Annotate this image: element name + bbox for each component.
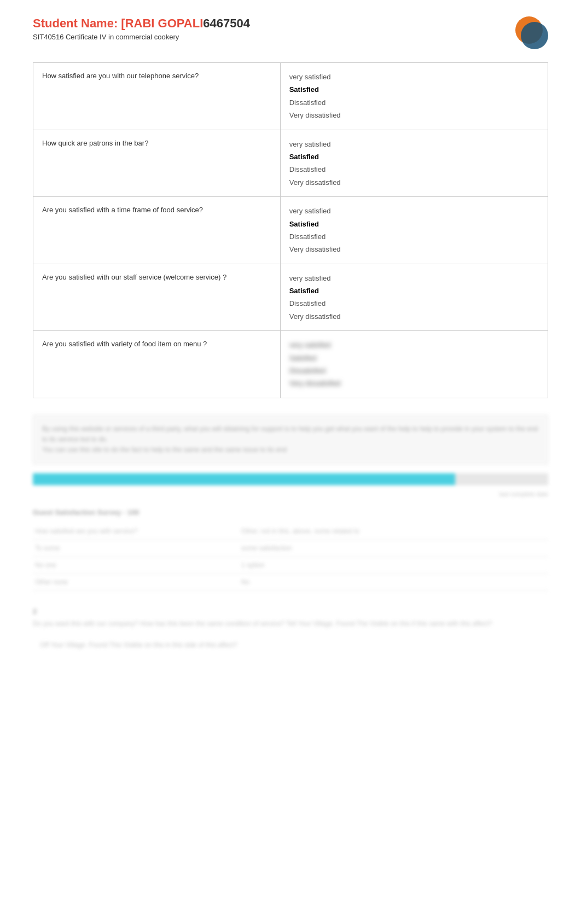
option-3-1[interactable]: very satisfied	[289, 205, 539, 217]
progress-bar-container	[33, 473, 548, 485]
progress-bar-fill	[33, 473, 455, 485]
question-text-1: How satisfied are you with our telephone…	[42, 72, 199, 80]
blurred-form-row-3: No one 1 option	[33, 557, 548, 574]
blurred-section-2: Guest Satisfaction Survey - 100 How sati…	[33, 508, 548, 591]
option-2-3[interactable]: Dissatisfied	[289, 163, 539, 176]
option-5-1[interactable]: very satisfied	[289, 339, 539, 351]
blurred-text-1: By using this website or services of a t…	[33, 415, 548, 465]
blurred-form-label-4: Other none	[33, 574, 239, 591]
student-name: Student Name: [RABI GOPALI	[33, 16, 203, 30]
question-cell-3: Are you satisfied with a time frame of f…	[33, 197, 281, 264]
blurred-form-label-3: No one	[33, 557, 239, 574]
logo-area	[499, 16, 548, 49]
question-text-3: Are you satisfied with a time frame of f…	[42, 206, 203, 214]
option-1-1[interactable]: very satisfied	[289, 71, 539, 83]
page-wrapper: Student Name: [RABI GOPALI6467504 SIT405…	[0, 0, 581, 672]
option-5-3[interactable]: Dissatisfied	[289, 364, 539, 377]
blurred-form-value-3: 1 option	[239, 557, 548, 574]
table-row: How quick are patrons in the bar? very s…	[33, 130, 548, 197]
blurred-form-table: How satisfied are you with service? Othe…	[33, 523, 548, 591]
logo-blue-circle	[521, 22, 548, 49]
option-3-4[interactable]: Very dissatisfied	[289, 243, 539, 255]
blurred-form-title: Guest Satisfaction Survey - 100	[33, 508, 548, 516]
answer-cell-1: very satisfied Satisfied Dissatisfied Ve…	[280, 63, 548, 130]
question-cell-4: Are you satisfied with our staff service…	[33, 264, 281, 331]
option-1-2[interactable]: Satisfied	[289, 83, 539, 96]
table-row: How satisfied are you with our telephone…	[33, 63, 548, 130]
student-id: 6467504	[203, 16, 250, 30]
option-2-4[interactable]: Very dissatisfied	[289, 176, 539, 189]
answer-cell-3: very satisfied Satisfied Dissatisfied Ve…	[280, 197, 548, 264]
blurred-form-row-4: Other none No	[33, 574, 548, 591]
answer-cell-4: very satisfied Satisfied Dissatisfied Ve…	[280, 264, 548, 331]
table-row: Are you satisfied with our staff service…	[33, 264, 548, 331]
option-2-2[interactable]: Satisfied	[289, 150, 539, 163]
blurred-question-block: 2 Do you want this with our company? How…	[33, 602, 548, 656]
table-row: Are you satisfied with a time frame of f…	[33, 197, 548, 264]
blurred-form-row-2: To some some satisfaction	[33, 540, 548, 557]
option-1-4[interactable]: Very dissatisfied	[289, 109, 539, 121]
option-3-2[interactable]: Satisfied	[289, 218, 539, 230]
option-1-3[interactable]: Dissatisfied	[289, 96, 539, 109]
question-cell-2: How quick are patrons in the bar?	[33, 130, 281, 197]
blurred-form-value-2: some satisfaction	[239, 540, 548, 557]
header-left: Student Name: [RABI GOPALI6467504 SIT405…	[33, 16, 250, 41]
answer-cell-5: very satisfied Satisfied Dissatisfied Ve…	[280, 331, 548, 398]
option-3-3[interactable]: Dissatisfied	[289, 230, 539, 243]
blurred-form-value-4: No	[239, 574, 548, 591]
question-cell-5: Are you satisfied with variety of food i…	[33, 331, 281, 398]
option-5-2[interactable]: Satisfied	[289, 352, 539, 364]
blurred-paragraph-1: By using this website or services of a t…	[42, 424, 539, 445]
course-info: SIT40516 Certificate IV in commercial co…	[33, 33, 250, 41]
table-row: Are you satisfied with variety of food i…	[33, 331, 548, 398]
question-cell-1: How satisfied are you with our telephone…	[33, 63, 281, 130]
question-text-4: Are you satisfied with our staff service…	[42, 273, 226, 281]
blurred-form-label-2: To some	[33, 540, 239, 557]
option-2-1[interactable]: very satisfied	[289, 138, 539, 150]
answer-cell-2: very satisfied Satisfied Dissatisfied Ve…	[280, 130, 548, 197]
question-text-2: How quick are patrons in the bar?	[42, 139, 148, 147]
survey-table: How satisfied are you with our telephone…	[33, 62, 548, 398]
option-4-2[interactable]: Satisfied	[289, 284, 539, 297]
blurred-form-value-1: Other, not in this, above, some related …	[239, 523, 548, 540]
question-text-5: Are you satisfied with variety of food i…	[42, 340, 207, 348]
blurred-question-text: Do you want this with our company? How h…	[33, 619, 548, 650]
option-5-4[interactable]: Very dissatisfied	[289, 377, 539, 390]
blurred-form-label-1: How satisfied are you with service?	[33, 523, 239, 540]
blurred-section-1: By using this website or services of a t…	[33, 415, 548, 498]
blurred-question-number: 2	[33, 607, 548, 615]
blurred-form-row-1: How satisfied are you with service? Othe…	[33, 523, 548, 540]
option-4-4[interactable]: Very dissatisfied	[289, 310, 539, 323]
progress-label: last complete date	[33, 491, 548, 497]
blurred-paragraph-2: You can use this site to do the fact to …	[42, 445, 539, 455]
option-4-1[interactable]: very satisfied	[289, 272, 539, 284]
header: Student Name: [RABI GOPALI6467504 SIT405…	[33, 16, 548, 49]
option-4-3[interactable]: Dissatisfied	[289, 297, 539, 310]
student-name-line: Student Name: [RABI GOPALI6467504	[33, 16, 250, 31]
